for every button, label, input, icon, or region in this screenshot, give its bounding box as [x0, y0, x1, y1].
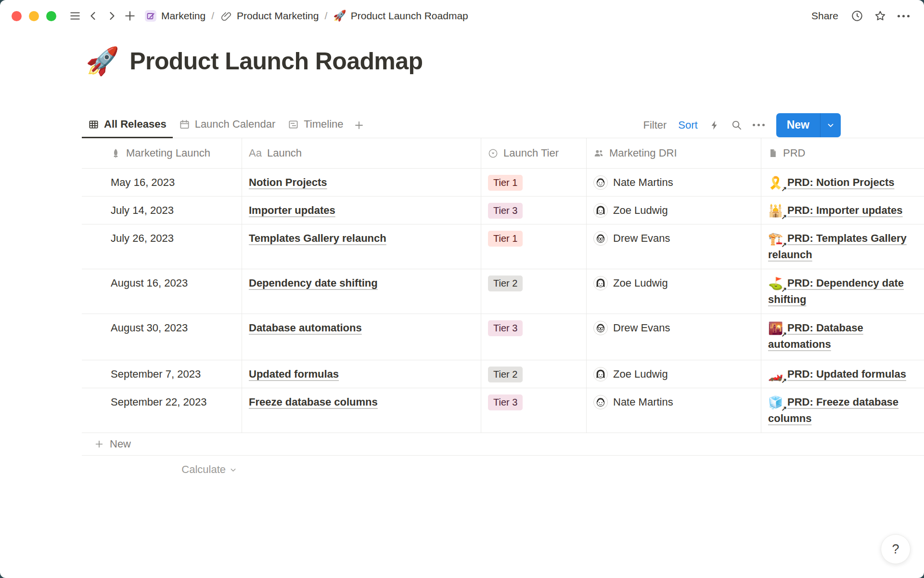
favorite-star-icon[interactable]: [871, 7, 889, 25]
tier-badge[interactable]: Tier 1: [488, 231, 523, 247]
column-header-prd[interactable]: PRD: [761, 138, 924, 168]
prd-page-link[interactable]: PRD: Updated formulas: [787, 368, 906, 380]
prd-cell[interactable]: 🧊↗PRD: Freeze database columns: [761, 388, 924, 433]
launch-cell[interactable]: Dependency date shifting: [242, 269, 481, 314]
breadcrumb-item-product-launch-roadmap[interactable]: 🚀 Product Launch Roadmap: [331, 9, 470, 23]
marketing-dri-cell[interactable]: Drew Evans: [587, 314, 761, 360]
launch-tier-cell[interactable]: Tier 3: [481, 388, 587, 433]
launch-cell[interactable]: Importer updates: [242, 197, 481, 224]
calculate-label: Calculate: [181, 463, 226, 476]
new-row-button[interactable]: New: [82, 433, 924, 456]
marketing-launch-cell[interactable]: July 14, 2023: [82, 197, 242, 224]
page-title: 🚀 Product Launch Roadmap: [86, 47, 423, 75]
new-button[interactable]: New: [776, 113, 820, 137]
prd-cell[interactable]: 🌇↗PRD: Database automations: [761, 314, 924, 360]
launch-tier-cell[interactable]: Tier 1: [481, 224, 587, 269]
launch-tier-cell[interactable]: Tier 3: [481, 197, 587, 224]
table-row: May 16, 2023 Notion Projects Tier 1 Nate…: [82, 169, 924, 197]
launch-cell[interactable]: Templates Gallery relaunch: [242, 224, 481, 269]
column-header-launch-tier[interactable]: Launch Tier: [481, 138, 587, 168]
maximize-window-button[interactable]: [46, 11, 56, 21]
updates-clock-icon[interactable]: [848, 7, 866, 25]
prd-page-link[interactable]: PRD: Freeze database columns: [768, 396, 898, 424]
launch-cell[interactable]: Notion Projects: [242, 169, 481, 196]
tab-all-releases[interactable]: All Releases: [82, 112, 173, 138]
nav-forward-icon[interactable]: [103, 7, 121, 25]
marketing-launch-cell[interactable]: May 16, 2023: [82, 169, 242, 196]
page-title-text[interactable]: Product Launch Roadmap: [129, 47, 423, 75]
search-icon[interactable]: [727, 116, 746, 135]
close-window-button[interactable]: [12, 11, 22, 21]
marketing-launch-cell[interactable]: August 30, 2023: [82, 314, 242, 360]
launch-cell[interactable]: Freeze database columns: [242, 388, 481, 433]
launch-page-link[interactable]: Importer updates: [249, 204, 335, 216]
sidebar-menu-icon[interactable]: [66, 7, 84, 25]
launch-tier-cell[interactable]: Tier 1: [481, 169, 587, 196]
minimize-window-button[interactable]: [29, 11, 39, 21]
new-tab-icon[interactable]: [121, 7, 139, 25]
launch-page-link[interactable]: Notion Projects: [249, 176, 327, 188]
marketing-launch-cell[interactable]: July 26, 2023: [82, 224, 242, 269]
marketing-dri-cell[interactable]: Zoe Ludwig: [587, 360, 761, 388]
tier-badge[interactable]: Tier 3: [488, 394, 523, 410]
launch-tier-cell[interactable]: Tier 2: [481, 269, 587, 314]
tier-badge[interactable]: Tier 2: [488, 276, 523, 291]
tab-timeline[interactable]: Timeline: [282, 112, 349, 138]
view-more-icon[interactable]: [749, 116, 769, 135]
launch-page-link[interactable]: Dependency date shifting: [249, 277, 378, 289]
sort-button[interactable]: Sort: [674, 117, 702, 133]
new-dropdown-chevron-icon[interactable]: [821, 113, 841, 137]
prd-cell[interactable]: 🏗️↗PRD: Templates Gallery relaunch: [761, 224, 924, 269]
prd-page-emoji: 🌇↗: [768, 320, 783, 336]
prd-cell[interactable]: 🕌↗PRD: Importer updates: [761, 197, 924, 224]
column-header-marketing-dri[interactable]: Marketing DRI: [587, 138, 761, 168]
prd-cell[interactable]: 🎗️↗PRD: Notion Projects: [761, 169, 924, 196]
column-header-launch[interactable]: Aa Launch: [242, 138, 481, 168]
prd-page-link[interactable]: PRD: Dependency date shifting: [768, 277, 904, 305]
marketing-launch-cell[interactable]: September 7, 2023: [82, 360, 242, 388]
breadcrumb-item-product-marketing[interactable]: Product Marketing: [218, 8, 321, 24]
share-button[interactable]: Share: [807, 8, 843, 24]
marketing-dri-cell[interactable]: Nate Martins: [587, 169, 761, 196]
avatar: [593, 175, 608, 190]
breadcrumb-separator: /: [324, 10, 327, 22]
help-button[interactable]: ?: [881, 534, 911, 564]
filter-button[interactable]: Filter: [639, 117, 671, 133]
prd-cell[interactable]: 🏎️↗PRD: Updated formulas: [761, 360, 924, 388]
prd-page-link[interactable]: PRD: Importer updates: [787, 204, 903, 216]
page-link-arrow-icon: ↗: [781, 377, 787, 384]
automations-bolt-icon[interactable]: [705, 116, 724, 135]
tier-badge[interactable]: Tier 1: [488, 175, 523, 191]
breadcrumb-item-marketing[interactable]: Marketing: [142, 8, 208, 24]
column-header-marketing-launch[interactable]: Marketing Launch: [82, 138, 242, 168]
marketing-launch-cell[interactable]: August 16, 2023: [82, 269, 242, 314]
launch-page-link[interactable]: Freeze database columns: [249, 396, 378, 408]
tier-badge[interactable]: Tier 3: [488, 320, 523, 336]
prd-page-link[interactable]: PRD: Templates Gallery relaunch: [768, 232, 907, 261]
launch-tier-cell[interactable]: Tier 2: [481, 360, 587, 388]
marketing-dri-cell[interactable]: Zoe Ludwig: [587, 269, 761, 314]
marketing-dri-cell[interactable]: Zoe Ludwig: [587, 197, 761, 224]
tab-launch-calendar[interactable]: Launch Calendar: [173, 112, 282, 138]
chevron-down-icon: [229, 466, 237, 474]
prd-page-link[interactable]: PRD: Notion Projects: [787, 176, 894, 188]
tier-badge[interactable]: Tier 2: [488, 367, 523, 382]
more-options-icon[interactable]: [894, 7, 912, 25]
text-property-icon: Aa: [249, 145, 262, 161]
nav-back-icon[interactable]: [84, 7, 103, 25]
tier-badge[interactable]: Tier 3: [488, 203, 523, 219]
launch-cell[interactable]: Database automations: [242, 314, 481, 360]
launch-page-link[interactable]: Updated formulas: [249, 368, 339, 380]
add-view-icon[interactable]: [350, 116, 368, 134]
breadcrumb-label: Product Marketing: [237, 10, 319, 22]
page-icon-rocket-emoji[interactable]: 🚀: [86, 48, 119, 75]
marketing-dri-cell[interactable]: Nate Martins: [587, 388, 761, 433]
calculate-button[interactable]: Calculate: [82, 456, 242, 484]
marketing-launch-cell[interactable]: September 22, 2023: [82, 388, 242, 433]
launch-page-link[interactable]: Templates Gallery relaunch: [249, 232, 386, 244]
prd-cell[interactable]: ⛳↗PRD: Dependency date shifting: [761, 269, 924, 314]
launch-tier-cell[interactable]: Tier 3: [481, 314, 587, 360]
launch-cell[interactable]: Updated formulas: [242, 360, 481, 388]
marketing-dri-cell[interactable]: Drew Evans: [587, 224, 761, 269]
launch-page-link[interactable]: Database automations: [249, 322, 362, 334]
